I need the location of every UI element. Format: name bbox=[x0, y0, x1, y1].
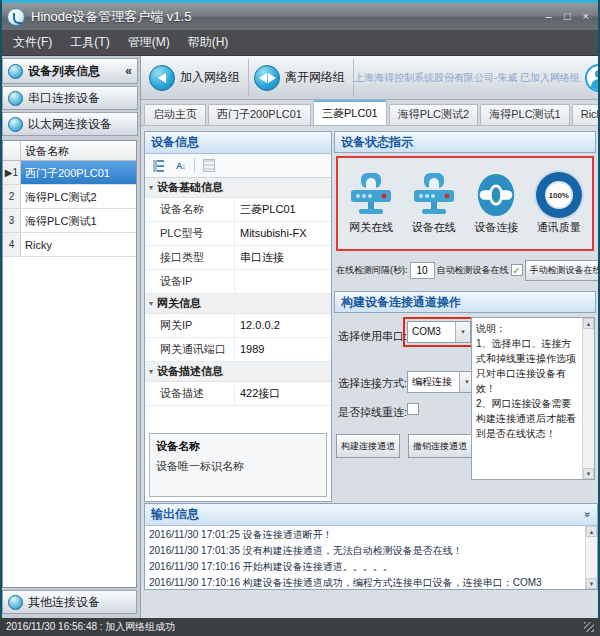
leave-network-group-button[interactable]: 离开网络组 bbox=[249, 59, 354, 97]
tab-hite-plc-test2[interactable]: 海得PLC测试2 bbox=[389, 104, 479, 125]
tab-home[interactable]: 启动主页 bbox=[144, 104, 206, 125]
cancel-channel-button[interactable]: 撤销连接通道 bbox=[408, 434, 472, 458]
comm-quality-gauge-icon: 100% bbox=[536, 172, 582, 218]
user-area: 上海海得控制系统股份有限公司-朱威 已加入网络组 bbox=[354, 64, 600, 92]
leave-network-icon bbox=[254, 65, 280, 91]
property-row[interactable]: 网关通讯端口 1989 bbox=[145, 338, 331, 362]
scroll-down-icon[interactable]: ▼ bbox=[583, 468, 594, 479]
device-name[interactable]: Ricky bbox=[21, 233, 136, 256]
sidebar-item-other-devices[interactable]: 其他连接设备 bbox=[2, 590, 137, 614]
close-button[interactable]: × bbox=[583, 11, 589, 22]
category-collapse-icon: ▾ bbox=[149, 299, 153, 308]
comm-quality-value: 100% bbox=[545, 181, 573, 209]
collapse-panel-icon[interactable]: » bbox=[583, 512, 594, 518]
property-row[interactable]: 设备IP bbox=[145, 270, 331, 294]
port-combobox[interactable]: COM3 ▼ bbox=[407, 321, 471, 343]
port-value: COM3 bbox=[408, 322, 455, 342]
leave-network-label: 离开网络组 bbox=[285, 69, 345, 86]
log-line: 2016/11/30 17:01:25 设备连接通道断开！ bbox=[149, 527, 581, 543]
window-title: Hinode设备管理客户端 v1.5 bbox=[31, 8, 191, 26]
note-line: 说明： bbox=[476, 321, 580, 336]
avatar bbox=[585, 64, 600, 92]
device-name[interactable]: 西门子200PLC01 bbox=[21, 161, 136, 184]
resize-grip-icon[interactable] bbox=[584, 622, 594, 632]
build-channel-button[interactable]: 构建连接通道 bbox=[336, 434, 400, 458]
table-row[interactable]: 4 Ricky bbox=[3, 233, 136, 257]
property-row[interactable]: 设备描述 422接口 bbox=[145, 382, 331, 406]
log-line: 2016/11/30 17:10:16 开始构建设备连接通道。。。。。 bbox=[149, 559, 581, 575]
tab-siemens-200plc01[interactable]: 西门子200PLC01 bbox=[208, 104, 311, 125]
table-row[interactable]: 3 海得PLC测试1 bbox=[3, 209, 136, 233]
device-connect-indicator: 设备连接 bbox=[466, 172, 526, 235]
category-collapse-icon: ▾ bbox=[149, 183, 153, 192]
collapse-sidebar-icon[interactable]: « bbox=[125, 64, 132, 78]
category-basic-info[interactable]: ▾ 设备基础信息 bbox=[145, 178, 331, 198]
device-name[interactable]: 海得PLC测试2 bbox=[21, 185, 136, 208]
log-scrollbar[interactable]: ▲ ▼ bbox=[585, 526, 597, 589]
interval-label: 在线检测间隔(秒): bbox=[336, 264, 408, 277]
property-pages-icon bbox=[200, 157, 217, 174]
sidebar-item-ethernet-devices[interactable]: 以太网连接设备 bbox=[2, 112, 138, 136]
status-indicators: 网关在线 设备在线 设备连接 100% bbox=[336, 156, 594, 251]
property-row[interactable]: 接口类型 串口连接 bbox=[145, 246, 331, 270]
mode-combobox[interactable]: 编程连接 ▼ bbox=[407, 371, 475, 393]
scroll-up-icon[interactable]: ▲ bbox=[586, 526, 597, 537]
join-network-icon bbox=[149, 65, 175, 91]
log-line: 2016/11/30 17:10:16 构建设备连接通道成功，编程方式连接串口设… bbox=[149, 575, 581, 589]
combo-arrow-icon[interactable]: ▼ bbox=[455, 322, 470, 342]
menu-item-help[interactable]: 帮助(H) bbox=[179, 30, 238, 55]
table-row[interactable]: 2 海得PLC测试2 bbox=[3, 185, 136, 209]
tab-mitsubishi-plc01[interactable]: 三菱PLC01 bbox=[313, 100, 387, 125]
category-gateway-info[interactable]: ▾ 网关信息 bbox=[145, 294, 331, 314]
sort-az-icon[interactable]: A↓ bbox=[172, 157, 189, 174]
online-check-row: 在线检测间隔(秒): 自动检测设备在线 ✓ 手动检测设备在线 bbox=[336, 257, 598, 283]
sidebar-header[interactable]: 设备列表信息 « bbox=[2, 58, 138, 84]
device-connect-icon bbox=[472, 172, 520, 218]
help-title: 设备名称 bbox=[156, 439, 320, 454]
content-area: 设备信息 A↓ ▾ 设备基础信息 设备名称 三菱PLC01 PLC型号 Mits… bbox=[141, 126, 600, 618]
other-device-icon bbox=[8, 595, 23, 610]
auto-check-checkbox[interactable]: ✓ bbox=[511, 264, 523, 276]
row-index: 4 bbox=[3, 233, 21, 256]
property-row[interactable]: 网关IP 12.0.0.2 bbox=[145, 314, 331, 338]
output-panel: 输出信息 » 2016/11/30 17:01:25 设备连接通道断开！ 201… bbox=[144, 503, 598, 590]
scroll-up-icon[interactable]: ▲ bbox=[583, 318, 594, 329]
title-bar: Hinode设备管理客户端 v1.5 – □ × bbox=[0, 0, 600, 30]
menu-item-file[interactable]: 文件(F) bbox=[4, 30, 61, 55]
property-row[interactable]: 设备名称 三菱PLC01 bbox=[145, 198, 331, 222]
tab-ricky[interactable]: Ricky bbox=[572, 104, 600, 125]
table-row[interactable]: ▶1 西门子200PLC01 bbox=[3, 161, 136, 185]
minimize-button[interactable]: – bbox=[546, 11, 552, 22]
maximize-button[interactable]: □ bbox=[564, 11, 571, 22]
row-indicator-column bbox=[3, 141, 21, 160]
device-table-header: 设备名称 bbox=[3, 141, 136, 161]
categorized-view-icon[interactable] bbox=[150, 157, 167, 174]
sidebar-item-serial-devices[interactable]: 串口连接设备 bbox=[2, 86, 138, 110]
comm-quality-indicator: 100% 通讯质量 bbox=[529, 172, 589, 235]
row-index: 2 bbox=[3, 185, 21, 208]
mode-label: 选择连接方式: bbox=[338, 376, 407, 391]
scroll-down-icon[interactable]: ▼ bbox=[586, 578, 597, 589]
device-name[interactable]: 海得PLC测试1 bbox=[21, 209, 136, 232]
reconnect-label: 是否掉线重连: bbox=[338, 405, 407, 420]
reconnect-checkbox[interactable] bbox=[407, 403, 419, 415]
row-index: 1 bbox=[13, 167, 19, 178]
channel-panel-header: 构建设备连接通道操作 bbox=[334, 291, 596, 313]
log-line: 2016/11/30 17:01:35 没有构建连接通道，无法自动检测设备是否在… bbox=[149, 543, 581, 559]
menu-item-manage[interactable]: 管理(M) bbox=[119, 30, 179, 55]
device-info-panel: 设备信息 A↓ ▾ 设备基础信息 设备名称 三菱PLC01 PLC型号 Mits… bbox=[144, 131, 332, 502]
note-scrollbar[interactable]: ▲ ▼ bbox=[582, 318, 594, 479]
tab-hite-plc-test1[interactable]: 海得PLC测试1 bbox=[480, 104, 570, 125]
status-bar-text: 2016/11/30 16:56:48 : 加入网络组成功 bbox=[6, 620, 175, 634]
interval-input[interactable] bbox=[410, 262, 435, 279]
device-info-header: 设备信息 bbox=[145, 132, 331, 154]
property-row[interactable]: PLC型号 Mitsubishi-FX bbox=[145, 222, 331, 246]
property-help-box: 设备名称 设备唯一标识名称 bbox=[149, 433, 327, 497]
category-description-info[interactable]: ▾ 设备描述信息 bbox=[145, 362, 331, 382]
join-network-group-button[interactable]: 加入网络组 bbox=[144, 59, 249, 97]
menu-item-tools[interactable]: 工具(T) bbox=[61, 30, 118, 55]
manual-check-button[interactable]: 手动检测设备在线 bbox=[525, 260, 600, 281]
tab-bar: 启动主页 西门子200PLC01 三菱PLC01 海得PLC测试2 海得PLC测… bbox=[141, 100, 600, 126]
note-line: 2、网口连接设备需要构建连接通道后才能看到是否在线状态！ bbox=[476, 396, 580, 441]
ethernet-device-icon bbox=[8, 117, 23, 132]
